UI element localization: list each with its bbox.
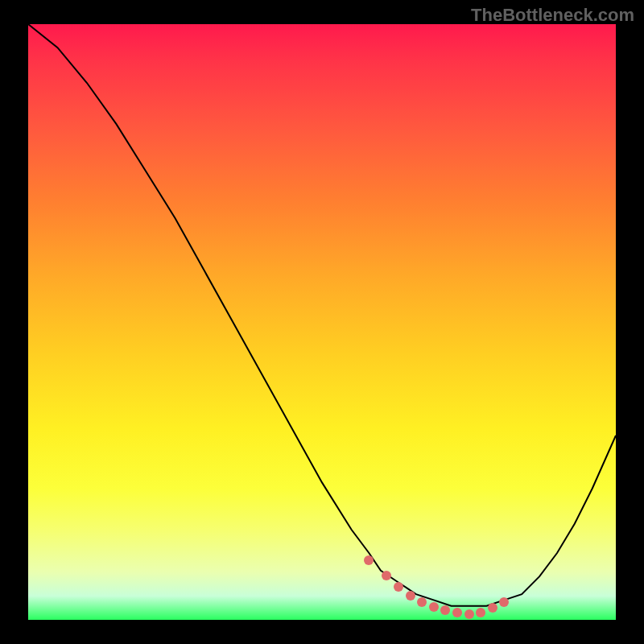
- highlight-point: [394, 582, 403, 592]
- highlight-point: [382, 571, 391, 580]
- chart-area: [28, 24, 616, 620]
- highlight-point: [406, 591, 415, 601]
- highlight-point: [364, 555, 374, 565]
- highlight-point: [464, 609, 474, 619]
- highlight-point: [429, 602, 439, 612]
- highlight-points: [28, 24, 616, 620]
- highlight-point: [488, 603, 497, 613]
- highlight-point: [417, 597, 427, 607]
- watermark-text: TheBottleneck.com: [471, 5, 634, 26]
- highlight-point: [452, 608, 462, 617]
- highlight-point: [476, 608, 485, 617]
- highlight-point: [499, 597, 509, 607]
- highlight-point: [440, 605, 450, 615]
